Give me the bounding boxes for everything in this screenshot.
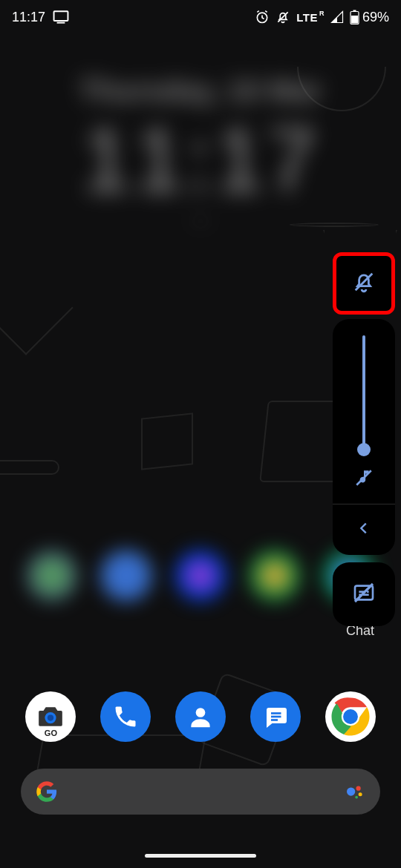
battery-icon xyxy=(350,10,359,24)
signal-icon xyxy=(330,10,344,24)
svg-point-16 xyxy=(48,714,53,720)
messages-icon xyxy=(262,703,289,730)
volume-panel xyxy=(333,252,395,626)
music-off-icon xyxy=(354,468,374,490)
chrome-icon xyxy=(325,691,376,742)
notifications-off-icon xyxy=(276,10,290,24)
dock-chrome[interactable] xyxy=(325,691,376,742)
live-caption-off-icon xyxy=(352,581,376,608)
slider-thumb[interactable] xyxy=(357,443,371,456)
clock-widget: Thursday, 10 Mar 11:17 — xyxy=(0,74,401,231)
dock-camera-go[interactable]: GO xyxy=(25,691,76,742)
dock: GO xyxy=(0,691,401,742)
network-type: LTE R xyxy=(296,11,325,24)
svg-point-26 xyxy=(359,792,362,796)
google-search-bar[interactable] xyxy=(21,769,380,815)
cast-icon xyxy=(53,10,69,24)
ring-mode-button[interactable] xyxy=(333,252,395,315)
status-time: 11:17 xyxy=(12,10,45,25)
dock-phone[interactable] xyxy=(100,691,151,742)
live-caption-button[interactable] xyxy=(333,562,395,626)
clock-time: 11:17 xyxy=(0,115,401,204)
notifications-off-icon xyxy=(351,269,376,297)
svg-point-25 xyxy=(356,786,361,791)
alarm-icon xyxy=(255,10,270,24)
battery-percent: 69% xyxy=(362,10,389,25)
camera-icon xyxy=(36,705,65,729)
clock-sub: — xyxy=(0,208,401,231)
volume-slider[interactable] xyxy=(333,319,395,504)
svg-rect-5 xyxy=(353,10,356,13)
volume-expand-button[interactable] xyxy=(333,504,395,555)
slider-track[interactable] xyxy=(362,335,365,452)
svg-rect-6 xyxy=(351,16,358,24)
battery-indicator: 69% xyxy=(350,10,389,25)
status-bar: 11:17 LTE R xyxy=(0,0,401,30)
phone-icon xyxy=(112,703,139,730)
google-g-icon xyxy=(36,780,58,803)
dock-messages[interactable] xyxy=(250,691,301,742)
svg-point-27 xyxy=(355,796,358,799)
svg-point-17 xyxy=(196,708,206,717)
svg-rect-0 xyxy=(54,11,68,21)
chevron-left-icon xyxy=(356,520,372,539)
svg-point-24 xyxy=(347,787,355,795)
svg-point-23 xyxy=(343,709,358,724)
gesture-nav-handle[interactable] xyxy=(145,854,256,858)
person-icon xyxy=(186,703,215,731)
assistant-icon[interactable] xyxy=(343,780,365,803)
date-label: Thursday, 10 Mar xyxy=(0,74,401,108)
camera-go-badge: GO xyxy=(45,729,57,737)
dock-contacts[interactable] xyxy=(175,691,226,742)
